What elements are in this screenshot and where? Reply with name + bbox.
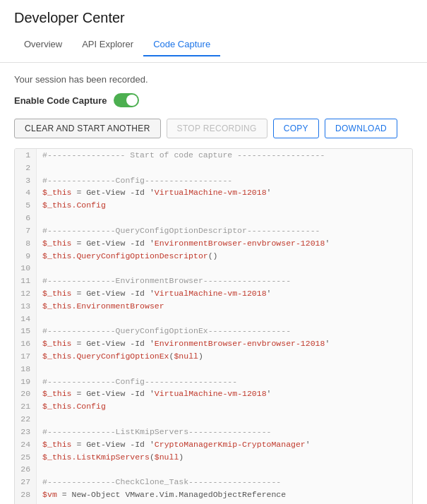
- line-number: 21: [15, 400, 37, 413]
- line-code: #--------------QueryConfigOptionEx------…: [37, 325, 412, 337]
- toggle-row: Enable Code Capture: [14, 93, 413, 107]
- line-code: [37, 262, 412, 275]
- line-code: [37, 463, 412, 476]
- table-row: 1#---------------- Start of code capture…: [15, 149, 412, 162]
- code-table: 1#---------------- Start of code capture…: [15, 149, 412, 504]
- table-row: 21$_this.Config: [15, 400, 412, 413]
- table-row: 15#--------------QueryConfigOptionEx----…: [15, 325, 412, 337]
- line-number: 19: [15, 376, 37, 388]
- line-code: $_this.EnvironmentBrowser: [37, 300, 412, 313]
- line-code: [37, 413, 412, 426]
- table-row: 6: [15, 212, 412, 224]
- line-code: [37, 313, 412, 325]
- line-code: $_this = Get-View -Id 'VirtualMachine-vm…: [37, 388, 412, 400]
- table-row: 11#--------------EnvironmentBrowser-----…: [15, 275, 412, 287]
- line-number: 8: [15, 237, 37, 250]
- line-number: 29: [15, 501, 37, 504]
- line-number: 28: [15, 488, 37, 501]
- table-row: 2: [15, 162, 412, 174]
- table-row: 26: [15, 463, 412, 476]
- header: Developer Center Overview API Explorer C…: [0, 0, 427, 63]
- main-content: Your session has been recorded. Enable C…: [0, 63, 427, 504]
- session-message: Your session has been recorded.: [14, 74, 413, 85]
- line-number: 4: [15, 186, 37, 199]
- table-row: 24$_this = Get-View -Id 'CryptoManagerKm…: [15, 438, 412, 451]
- table-row: 3#--------------Config------------------: [15, 174, 412, 187]
- table-row: 29$vm.Type = 'VirtualMachine': [15, 501, 412, 504]
- line-code: #--------------QueryConfigOptionDescript…: [37, 224, 412, 237]
- line-number: 17: [15, 350, 37, 363]
- table-row: 14: [15, 313, 412, 325]
- line-number: 13: [15, 300, 37, 313]
- line-code: #--------------CheckClone_Task----------…: [37, 476, 412, 488]
- table-row: 5$_this.Config: [15, 199, 412, 212]
- table-row: 9$_this.QueryConfigOptionDescriptor(): [15, 250, 412, 263]
- line-code: $_this = Get-View -Id 'EnvironmentBrowse…: [37, 337, 412, 350]
- clear-button[interactable]: CLEAR AND START ANOTHER: [14, 119, 161, 138]
- line-code: $_this.QueryConfigOptionEx($null): [37, 350, 412, 363]
- line-number: 7: [15, 224, 37, 237]
- line-code: $_this = Get-View -Id 'CryptoManagerKmip…: [37, 438, 412, 451]
- line-number: 9: [15, 250, 37, 263]
- line-number: 14: [15, 313, 37, 325]
- table-row: 27#--------------CheckClone_Task--------…: [15, 476, 412, 488]
- table-row: 7#--------------QueryConfigOptionDescrip…: [15, 224, 412, 237]
- tab-api-explorer[interactable]: API Explorer: [72, 33, 143, 56]
- tab-bar: Overview API Explorer Code Capture: [14, 33, 413, 56]
- toggle-label: Enable Code Capture: [14, 95, 107, 106]
- line-code: [37, 212, 412, 224]
- copy-button[interactable]: COPY: [273, 119, 319, 138]
- line-code: $vm.Type = 'VirtualMachine': [37, 501, 412, 504]
- line-number: 6: [15, 212, 37, 224]
- line-number: 11: [15, 275, 37, 287]
- table-row: 17$_this.QueryConfigOptionEx($null): [15, 350, 412, 363]
- table-row: 13$_this.EnvironmentBrowser: [15, 300, 412, 313]
- table-row: 25$_this.ListKmipServers($null): [15, 451, 412, 464]
- table-row: 20$_this = Get-View -Id 'VirtualMachine-…: [15, 388, 412, 400]
- code-block: 1#---------------- Start of code capture…: [14, 148, 413, 504]
- line-number: 26: [15, 463, 37, 476]
- line-code: #--------------ListKmipServers----------…: [37, 426, 412, 438]
- download-button[interactable]: DOWNLOAD: [325, 119, 397, 138]
- line-number: 27: [15, 476, 37, 488]
- line-number: 22: [15, 413, 37, 426]
- line-number: 15: [15, 325, 37, 337]
- line-number: 12: [15, 287, 37, 300]
- line-number: 16: [15, 337, 37, 350]
- line-number: 23: [15, 426, 37, 438]
- table-row: 19#--------------Config-----------------…: [15, 376, 412, 388]
- code-capture-toggle[interactable]: [114, 93, 139, 107]
- line-code: $_this = Get-View -Id 'VirtualMachine-vm…: [37, 186, 412, 199]
- line-number: 1: [15, 149, 37, 162]
- line-number: 18: [15, 363, 37, 376]
- line-code: $_this.Config: [37, 199, 412, 212]
- page-title: Developer Center: [14, 10, 413, 26]
- line-code: $_this.QueryConfigOptionDescriptor(): [37, 250, 412, 263]
- line-number: 2: [15, 162, 37, 174]
- table-row: 23#--------------ListKmipServers--------…: [15, 426, 412, 438]
- table-row: 18: [15, 363, 412, 376]
- table-row: 10: [15, 262, 412, 275]
- line-code: #--------------EnvironmentBrowser-------…: [37, 275, 412, 287]
- line-code: #--------------Config------------------: [37, 174, 412, 187]
- stop-recording-button: STOP RECORDING: [167, 119, 267, 138]
- table-row: 8$_this = Get-View -Id 'EnvironmentBrows…: [15, 237, 412, 250]
- line-code: $_this = Get-View -Id 'EnvironmentBrowse…: [37, 237, 412, 250]
- table-row: 22: [15, 413, 412, 426]
- line-code: $_this.Config: [37, 400, 412, 413]
- line-code: $_this.ListKmipServers($null): [37, 451, 412, 464]
- table-row: 28$vm = New-Object VMware.Vim.ManagedObj…: [15, 488, 412, 501]
- line-code: $_this = Get-View -Id 'VirtualMachine-vm…: [37, 287, 412, 300]
- table-row: 4$_this = Get-View -Id 'VirtualMachine-v…: [15, 186, 412, 199]
- line-number: 3: [15, 174, 37, 187]
- line-code: $vm = New-Object VMware.Vim.ManagedObjec…: [37, 488, 412, 501]
- line-number: 25: [15, 451, 37, 464]
- tab-overview[interactable]: Overview: [14, 33, 72, 56]
- line-code: #--------------Config-------------------: [37, 376, 412, 388]
- table-row: 12$_this = Get-View -Id 'VirtualMachine-…: [15, 287, 412, 300]
- line-code: #---------------- Start of code capture …: [37, 149, 412, 162]
- line-number: 24: [15, 438, 37, 451]
- toolbar: CLEAR AND START ANOTHER STOP RECORDING C…: [14, 119, 413, 138]
- line-number: 5: [15, 199, 37, 212]
- tab-code-capture[interactable]: Code Capture: [143, 33, 220, 56]
